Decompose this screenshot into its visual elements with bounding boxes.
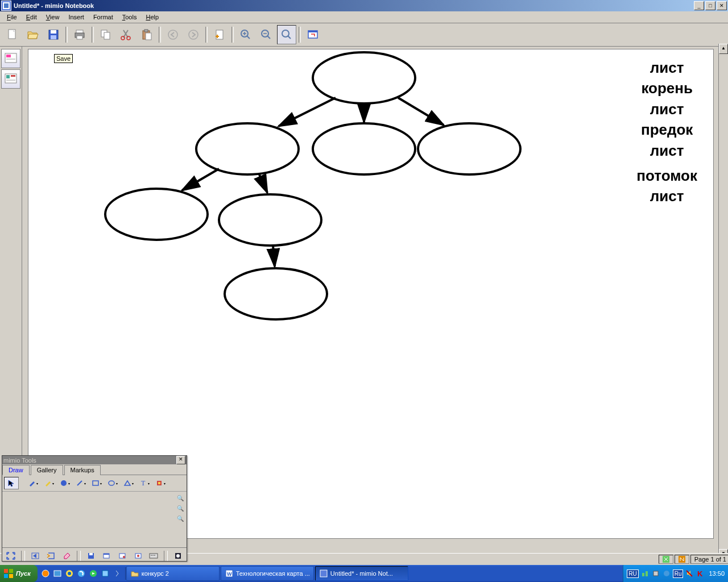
tools-close-button[interactable]: ✕ [176,456,185,464]
forward-button[interactable] [184,25,203,44]
ellipse-tool[interactable]: ▾ [105,477,120,489]
svg-point-35 [105,189,208,240]
svg-rect-14 [144,30,148,32]
shape-fill-tool[interactable]: ▾ [57,477,72,489]
taskbar-item[interactable]: Untitled* - mimio Not... [315,566,408,581]
zoom-fit-button[interactable] [277,25,296,44]
word-item[interactable]: лист [636,186,697,206]
ql-separator[interactable] [111,567,123,580]
lang-indicator-2[interactable]: Ru [673,569,684,578]
menu-edit[interactable]: Edit [22,13,42,22]
windows-flag-icon [3,568,14,579]
fullscreen-tool[interactable] [4,550,18,562]
save-tooltip: Save [54,54,73,63]
svg-rect-15 [146,33,151,40]
tray-volume-icon[interactable] [685,569,694,578]
menu-tools[interactable]: Tools [118,13,142,22]
status-icon-2[interactable] [675,555,689,564]
tab-draw[interactable]: Draw [2,465,30,475]
stamp-tool[interactable]: ▾ [153,477,168,489]
svg-rect-49 [158,482,160,484]
word-item[interactable]: потомок [636,165,697,186]
tree-diagram[interactable] [63,49,574,379]
word-list[interactable]: лист корень лист предок лист потомок лис… [636,57,697,207]
rect-tool[interactable]: ▾ [89,477,104,489]
cut-button[interactable] [117,25,136,44]
word-item[interactable]: корень [636,78,697,98]
tray-icon[interactable] [662,569,671,578]
text-tool[interactable]: T▾ [137,477,152,489]
ql-icon[interactable] [52,567,63,580]
tray-icon[interactable] [640,569,650,578]
svg-rect-77 [102,571,108,576]
menu-insert[interactable]: Insert [64,13,89,22]
word-item[interactable]: предок [636,119,697,140]
record-tool[interactable] [131,550,145,562]
ql-icon[interactable] [100,567,111,580]
ql-icon[interactable] [88,567,99,580]
vertical-scrollbar[interactable]: ▲ ▼ [718,44,728,559]
save-slide-tool[interactable] [84,550,98,562]
spotlight-tool[interactable] [171,550,185,562]
fullscreen-button[interactable] [303,25,322,44]
mimio-tools-panel[interactable]: mimio Tools ✕ Draw Gallery Markups ▾ ▾ ▾… [2,455,187,562]
menu-help[interactable]: Help [141,13,163,22]
triangle-tool[interactable]: ▾ [121,477,136,489]
tab-gallery[interactable]: Gallery [31,465,63,475]
svg-rect-60 [151,555,152,556]
word-item[interactable]: лист [636,140,697,161]
copy-button[interactable] [96,25,115,44]
capture-tool[interactable] [115,550,129,562]
maximize-button[interactable]: □ [705,1,715,10]
new-button[interactable] [3,25,22,44]
panel-zoom-fit[interactable]: 🔍 [176,516,184,523]
open-button[interactable] [23,25,43,44]
app-icon [1,1,11,11]
highlighter-tool[interactable]: ▾ [42,477,56,489]
lang-indicator-1[interactable]: RU [627,569,638,578]
minimize-button[interactable]: _ [694,1,704,10]
word-item[interactable]: лист [636,57,697,78]
menu-format[interactable]: Format [89,13,118,22]
svg-rect-54 [104,554,109,555]
status-icon-1[interactable] [659,555,673,564]
redo-tool[interactable] [44,550,58,562]
ql-icon[interactable] [40,567,51,580]
line-tool[interactable]: ▾ [73,477,88,489]
new-slide-tool[interactable] [100,550,114,562]
scroll-up-button[interactable]: ▲ [719,44,728,54]
insert-page-button[interactable] [210,25,229,44]
menu-view[interactable]: View [42,13,64,22]
tray-k-icon[interactable]: K [696,569,705,578]
ql-icon[interactable] [64,567,75,580]
rail-thumbnail-1[interactable] [1,49,20,68]
eraser-tool[interactable] [60,550,73,562]
svg-rect-45 [93,481,98,485]
save-button[interactable] [44,25,63,44]
zoom-out-button[interactable] [257,25,276,44]
back-button[interactable] [163,25,183,44]
keyboard-tool[interactable] [147,550,160,562]
start-button[interactable]: Пуск [0,565,38,582]
svg-rect-29 [11,75,15,77]
tools-panel-titlebar[interactable]: mimio Tools ✕ [2,456,187,464]
print-button[interactable] [70,25,89,44]
svg-point-12 [127,36,130,40]
taskbar-item[interactable]: W Технологическая карта ... [221,566,314,581]
select-tool[interactable] [4,477,19,489]
ql-icon[interactable] [76,567,87,580]
paste-button[interactable] [137,25,156,44]
rail-thumbnail-2[interactable] [1,69,20,89]
pen-tool[interactable]: ▾ [26,477,40,489]
tray-icon[interactable] [651,569,660,578]
word-item[interactable]: лист [636,99,697,119]
close-button[interactable]: ✕ [717,1,727,10]
menu-file[interactable]: File [2,13,22,22]
tray-clock[interactable]: 13:50 [709,570,725,577]
undo-tool[interactable] [28,550,42,562]
panel-zoom-in[interactable]: 🔍 [176,495,184,503]
zoom-in-button[interactable] [236,25,255,44]
tab-markups[interactable]: Markups [64,465,101,475]
panel-zoom-out[interactable]: 🔍 [176,505,184,513]
taskbar-item[interactable]: конкурс 2 [126,566,220,581]
